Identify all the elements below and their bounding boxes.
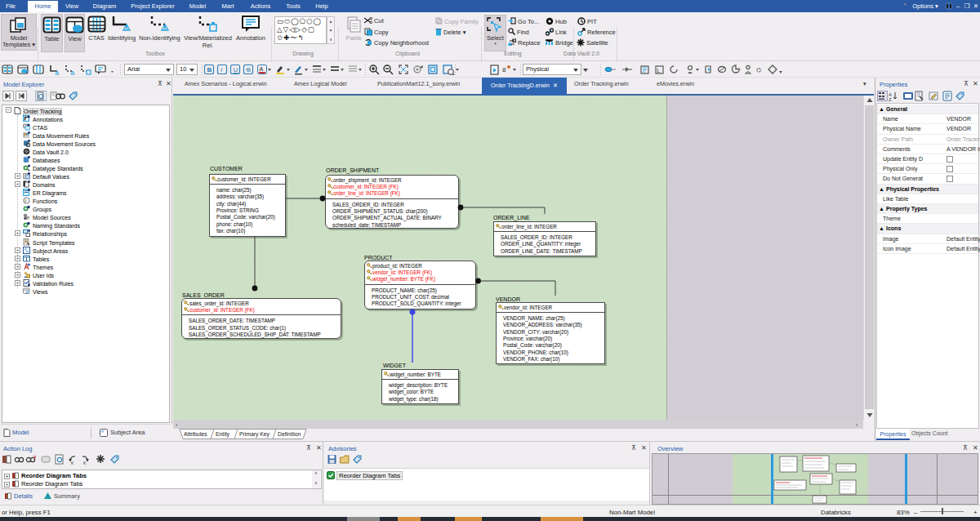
svg-text:⌬: ⌬ — [756, 67, 761, 73]
svg-text:B: B — [207, 66, 212, 73]
svg-text:K: K — [71, 461, 74, 465]
svg-text:Z: Z — [889, 97, 892, 102]
svg-text:8: 8 — [502, 66, 506, 73]
svg-text:U: U — [234, 66, 238, 73]
svg-text:Primary Key: Primary Key — [239, 431, 270, 438]
svg-text:L: L — [657, 68, 661, 73]
svg-text:I: I — [220, 66, 223, 73]
svg-text:A: A — [260, 66, 264, 72]
svg-text:Entity: Entity — [216, 431, 230, 438]
svg-text:Definition: Definition — [278, 431, 301, 437]
svg-text:K: K — [83, 461, 87, 465]
svg-text:S: S — [247, 66, 251, 73]
svg-text:Attributes: Attributes — [184, 431, 207, 437]
svg-text:f: f — [25, 198, 27, 203]
